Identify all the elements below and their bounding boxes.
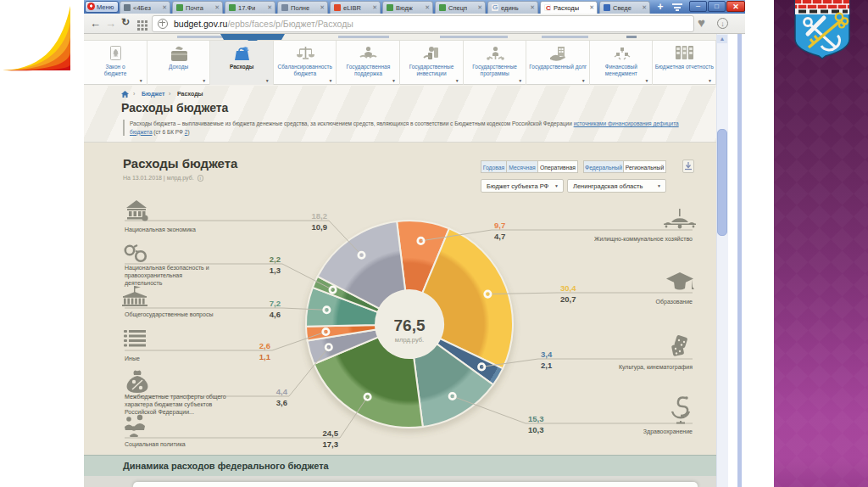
- svg-text:1,1: 1,1: [259, 352, 271, 361]
- svg-text:Общегосударственные вопросы: Общегосударственные вопросы: [125, 311, 213, 318]
- svg-text:млрд.руб.: млрд.руб.: [395, 336, 424, 344]
- svg-text:Образование: Образование: [656, 299, 693, 305]
- svg-text:4,6: 4,6: [270, 310, 281, 319]
- svg-text:Здравоохранение: Здравоохранение: [643, 428, 693, 435]
- svg-text:Национальная экономика: Национальная экономика: [125, 227, 196, 233]
- svg-text:7,2: 7,2: [270, 299, 281, 308]
- svg-text:4,4: 4,4: [276, 387, 288, 396]
- svg-text:17,3: 17,3: [323, 439, 339, 449]
- svg-text:2,2: 2,2: [270, 255, 281, 264]
- svg-text:9,7: 9,7: [494, 221, 505, 230]
- svg-text:Социальная политика: Социальная политика: [125, 441, 186, 448]
- svg-text:4,7: 4,7: [494, 232, 505, 241]
- svg-text:Национальная безопасность и: Национальная безопасность и: [125, 265, 209, 271]
- svg-text:10,3: 10,3: [528, 425, 544, 434]
- svg-text:Жилищно-коммунальное хозяйство: Жилищно-коммунальное хозяйство: [594, 236, 693, 243]
- svg-text:30,4: 30,4: [560, 283, 576, 293]
- svg-text:Межбюджетные трансферты общего: Межбюджетные трансферты общего: [125, 394, 226, 400]
- svg-text:24,5: 24,5: [323, 428, 339, 438]
- svg-text:10,9: 10,9: [312, 222, 328, 232]
- svg-text:2,6: 2,6: [259, 341, 270, 350]
- svg-text:2,1: 2,1: [541, 361, 553, 370]
- svg-text:3,4: 3,4: [541, 350, 553, 359]
- svg-text:15,3: 15,3: [528, 414, 544, 423]
- svg-text:3,6: 3,6: [276, 398, 287, 407]
- svg-text:правоохранительная: правоохранительная: [125, 272, 182, 279]
- svg-text:характера бюджетам субъектов: характера бюджетам субъектов: [125, 401, 213, 408]
- svg-text:Культура, кинематография: Культура, кинематография: [619, 364, 693, 371]
- svg-text:18,2: 18,2: [312, 211, 328, 221]
- svg-text:1,3: 1,3: [270, 266, 281, 275]
- svg-text:Российской Федерации...: Российской Федерации...: [125, 409, 194, 416]
- svg-text:деятельность: деятельность: [125, 280, 163, 287]
- svg-text:76,5: 76,5: [394, 316, 426, 334]
- svg-text:20,7: 20,7: [560, 294, 576, 304]
- svg-text:Иные: Иные: [125, 355, 140, 361]
